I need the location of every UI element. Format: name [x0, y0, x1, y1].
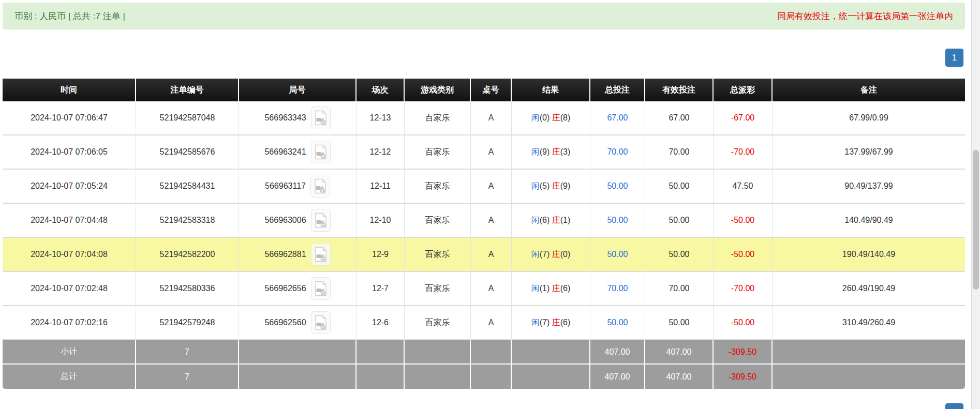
result-player-score: (7) — [540, 318, 550, 327]
round-no-cell: 566963006 — [239, 204, 357, 238]
session: 12-7 — [357, 272, 405, 306]
game-type: 百家乐 — [405, 204, 471, 238]
game-type: 百家乐 — [405, 170, 471, 204]
vertical-scrollbar[interactable] — [971, 0, 980, 409]
result-cell: 闲(5) 庄(9) — [512, 170, 590, 204]
session: 12-13 — [357, 101, 405, 135]
pagination-page-1[interactable]: 1 — [945, 49, 963, 67]
table-no: A — [471, 135, 512, 170]
total-total-bet: 407.00 — [590, 365, 645, 389]
result-banker-label: 庄 — [552, 216, 560, 224]
remark: 90.49/137.99 — [773, 170, 965, 204]
col-header-result: 结果 — [512, 79, 590, 101]
table-no: A — [471, 204, 512, 238]
bet-id: 521942584431 — [136, 170, 239, 204]
bet-time: 2024-10-07 07:05:24 — [3, 170, 136, 204]
valid-bet: 70.00 — [645, 272, 714, 306]
replay-video-button[interactable] — [311, 209, 331, 232]
scrollbar-thumb[interactable] — [973, 150, 979, 290]
bet-id: 521942583318 — [136, 204, 239, 238]
replay-video-button[interactable] — [310, 175, 330, 198]
bet-time: 2024-10-07 07:02:48 — [3, 272, 136, 306]
subtotal-payout: -309.50 — [714, 340, 773, 365]
round-no-cell: 566963241 — [239, 135, 357, 170]
result-banker-label: 庄 — [552, 181, 560, 190]
pagination-page-1-bottom[interactable] — [945, 403, 963, 409]
col-header-session: 场次 — [357, 79, 405, 101]
remark: 190.49/140.49 — [773, 238, 965, 272]
subtotal-row: 小计 7 407.00 407.00 -309.50 — [3, 340, 965, 365]
video-document-icon — [314, 213, 328, 228]
subtotal-valid-bet: 407.00 — [645, 340, 714, 365]
game-type: 百家乐 — [405, 101, 471, 135]
video-document-icon — [314, 110, 328, 126]
bet-time: 2024-10-07 07:04:48 — [3, 204, 136, 238]
table-row[interactable]: 2024-10-07 07:04:48 521942583318 5669630… — [3, 204, 965, 238]
result-banker-score: (8) — [560, 113, 571, 122]
replay-video-button[interactable] — [311, 277, 331, 300]
result-player-label: 闲 — [531, 147, 540, 156]
table-row[interactable]: 2024-10-07 07:02:48 521942580336 5669626… — [3, 272, 965, 306]
col-header-table-no: 桌号 — [471, 79, 512, 101]
table-no: A — [471, 238, 512, 272]
payout: -67.00 — [714, 101, 773, 135]
replay-video-button[interactable] — [311, 141, 331, 163]
remark: 140.49/90.49 — [773, 204, 965, 238]
total-label: 总计 — [3, 365, 136, 389]
round-no: 566963117 — [265, 181, 306, 191]
round-no: 566963006 — [264, 216, 306, 225]
payout: -50.00 — [714, 204, 773, 238]
total-bet: 50.00 — [590, 306, 645, 340]
col-header-round-no: 局号 — [239, 79, 357, 101]
result-player-score: (7) — [540, 250, 550, 259]
total-bet: 70.00 — [590, 272, 645, 306]
video-document-icon — [314, 247, 328, 262]
table-row[interactable]: 2024-10-07 07:02:16 521942579248 5669625… — [3, 306, 965, 340]
table-row[interactable]: 2024-10-07 07:06:05 521942585676 5669632… — [3, 135, 965, 170]
total-bet: 67.00 — [590, 101, 645, 135]
notice-bar: 币别 : 人民币 | 总共 :7 注单 | 同局有效投注，统一计算在该局第一张注… — [3, 3, 965, 29]
result-banker-score: (0) — [560, 250, 571, 259]
replay-video-button[interactable] — [311, 243, 331, 266]
col-header-game-type: 游戏类别 — [405, 79, 471, 101]
col-header-total-bet: 总投注 — [590, 79, 645, 101]
bet-records-table: 时间 注单编号 局号 场次 游戏类别 桌号 结果 总投注 有效投注 总派彩 备注… — [3, 79, 965, 389]
table-no: A — [471, 101, 512, 135]
result-banker-label: 庄 — [552, 113, 560, 122]
result-player-score: (1) — [540, 284, 550, 293]
total-bet: 70.00 — [590, 135, 645, 170]
bet-id: 521942585676 — [136, 135, 239, 170]
subtotal-total-bet: 407.00 — [590, 340, 645, 365]
valid-bet: 50.00 — [645, 238, 714, 272]
round-no-cell: 566962560 — [239, 306, 357, 340]
payout: -70.00 — [714, 272, 773, 306]
subtotal-count: 7 — [136, 340, 239, 365]
session: 12-9 — [357, 238, 405, 272]
round-no-cell: 566962656 — [239, 272, 357, 306]
video-document-icon — [314, 315, 328, 330]
replay-video-button[interactable] — [311, 107, 331, 129]
result-banker-score: (1) — [560, 216, 571, 224]
result-cell: 闲(7) 庄(6) — [512, 306, 590, 340]
table-row[interactable]: 2024-10-07 07:04:08 521942582200 5669628… — [3, 238, 965, 272]
total-valid-bet: 407.00 — [645, 365, 714, 389]
table-header-row: 时间 注单编号 局号 场次 游戏类别 桌号 结果 总投注 有效投注 总派彩 备注 — [3, 79, 965, 101]
remark: 67.99/0.99 — [773, 101, 965, 135]
remark: 137.99/67.99 — [773, 135, 965, 170]
table-row[interactable]: 2024-10-07 07:05:24 521942584431 5669631… — [3, 170, 965, 204]
col-header-remark: 备注 — [773, 79, 965, 101]
payout: -50.00 — [714, 238, 773, 272]
result-cell: 闲(0) 庄(8) — [512, 101, 590, 135]
result-banker-score: (6) — [560, 284, 571, 293]
result-cell: 闲(1) 庄(6) — [512, 272, 590, 306]
bet-id: 521942579248 — [136, 306, 239, 340]
table-row[interactable]: 2024-10-07 07:06:47 521942587048 5669633… — [3, 101, 965, 135]
valid-bet: 67.00 — [645, 101, 714, 135]
session: 12-10 — [357, 204, 405, 238]
result-player-label: 闲 — [531, 284, 540, 293]
result-banker-label: 庄 — [552, 250, 560, 259]
col-header-bet-id: 注单编号 — [136, 79, 239, 101]
result-banker-label: 庄 — [552, 147, 560, 156]
replay-video-button[interactable] — [311, 311, 331, 334]
payout: -70.00 — [714, 135, 773, 170]
